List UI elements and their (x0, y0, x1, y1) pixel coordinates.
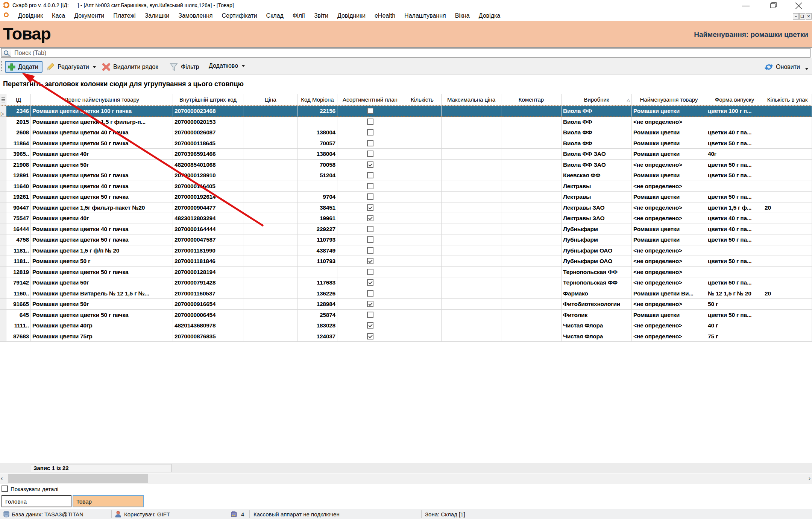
delete-row-button[interactable]: Видалити рядок (102, 62, 158, 72)
cell-morion[interactable]: 19961 (298, 213, 337, 224)
assortment-checkbox[interactable] (367, 290, 373, 297)
cell-price[interactable] (243, 310, 298, 321)
menu-item-14[interactable]: Вікна (451, 12, 474, 19)
cell-morion[interactable]: 110793 (298, 256, 337, 267)
cell-morion[interactable]: 110793 (298, 234, 337, 245)
cell-maker[interactable]: Чистая Флора (562, 331, 632, 342)
cell-comment[interactable] (501, 320, 562, 331)
cell-product[interactable]: <не определено> (632, 117, 706, 128)
toolbar-grip[interactable] (1, 61, 2, 72)
cell-pack[interactable] (763, 267, 812, 278)
cell-full_name[interactable]: Ромашки цветки цветки 50 г пачка (31, 192, 173, 202)
cell-comment[interactable] (501, 267, 562, 278)
cell-full_name[interactable]: Ромашки цветки цветки 100 г пачка (31, 106, 173, 117)
refresh-dropdown-caret[interactable] (805, 68, 808, 70)
cell-form[interactable]: цветки 50 г па... (706, 160, 763, 170)
column-header-max_price[interactable]: Максимальна ціна (442, 94, 501, 105)
cell-product[interactable]: <не определено> (632, 256, 706, 267)
cell-assort[interactable] (337, 192, 403, 202)
cell-comment[interactable] (501, 127, 562, 138)
cell-maker[interactable]: Фармако (562, 288, 632, 299)
cell-product[interactable]: Ромашки цветки (632, 170, 706, 181)
assortment-checkbox[interactable] (367, 236, 373, 243)
grid-row-15[interactable]: 1181..Ромашки цветки 50 г207000118184611… (0, 256, 812, 267)
assortment-checkbox[interactable] (367, 204, 373, 211)
cell-morion[interactable] (298, 117, 337, 128)
cell-barcode[interactable]: 2070000023468 (173, 106, 243, 117)
cell-id[interactable]: 16444 (6, 224, 31, 235)
column-header-comment[interactable]: Коментар (501, 94, 562, 105)
cell-max_price[interactable] (442, 256, 501, 267)
assortment-checkbox[interactable] (367, 151, 373, 157)
grid-row-1[interactable]: ▷2346Ромашки цветки цветки 100 г пачка20… (0, 106, 812, 117)
menu-item-11[interactable]: Довідники (333, 12, 370, 19)
cell-form[interactable]: цветки 1,5 г ф... (706, 202, 763, 213)
cell-price[interactable] (243, 192, 298, 202)
cell-product[interactable]: Ромашки цветки (632, 106, 706, 117)
cell-assort[interactable] (337, 149, 403, 160)
cell-comment[interactable] (501, 202, 562, 213)
cell-full_name[interactable]: Ромашки цветки цветки 50 г пачка (31, 310, 173, 321)
menu-item-2[interactable]: Каса (47, 12, 70, 19)
cell-full_name[interactable]: Ромашки цветки цветки 50 г пачка (31, 234, 173, 245)
cell-product[interactable]: <не определено> (632, 160, 706, 170)
grid-row-8[interactable]: 11640Ромашки цветки цветки 40 г пачка207… (0, 181, 812, 192)
grid-row-2[interactable]: 2015Ромашки цветки цветки 1,5 г фильтр-п… (0, 117, 812, 128)
cell-form[interactable]: цветки 40 г па... (706, 224, 763, 235)
cell-product[interactable]: Ромашки цветки (632, 138, 706, 149)
cell-morion[interactable]: 438749 (298, 245, 337, 256)
cell-assort[interactable] (337, 234, 403, 245)
cell-id[interactable]: 11864 (6, 138, 31, 149)
cell-maker[interactable]: Лектравы (562, 192, 632, 202)
cell-product[interactable]: <не определено> (632, 181, 706, 192)
cell-id[interactable]: 1181.. (6, 245, 31, 256)
cell-price[interactable] (243, 320, 298, 331)
cell-qty[interactable] (403, 331, 442, 342)
menu-item-12[interactable]: eHealth (370, 12, 400, 19)
cell-qty[interactable] (403, 277, 442, 288)
cell-form[interactable] (706, 245, 763, 256)
cell-id[interactable]: 19261 (6, 192, 31, 202)
cell-form[interactable]: цветки 50 г па... (706, 170, 763, 181)
cell-full_name[interactable]: Ромашки цветки 40г (31, 149, 173, 160)
cell-pack[interactable] (763, 234, 812, 245)
cell-qty[interactable] (403, 138, 442, 149)
assortment-checkbox[interactable] (367, 193, 373, 200)
cell-comment[interactable] (501, 181, 562, 192)
scroll-left-arrow[interactable]: ‹ (1, 475, 3, 482)
scrollbar-thumb[interactable] (8, 474, 148, 483)
cell-form[interactable]: 75 г (706, 331, 763, 342)
cell-form[interactable]: цветки 40 г па... (706, 213, 763, 224)
cell-full_name[interactable]: Ромашки цветки Витарель № 12 1,5 г №... (31, 288, 173, 299)
cell-maker[interactable]: Лектравы ЗАО (562, 202, 632, 213)
grid-row-13[interactable]: 4758Ромашки цветки цветки 50 г пачка2070… (0, 234, 812, 245)
assortment-checkbox[interactable] (367, 129, 373, 135)
cell-assort[interactable] (337, 320, 403, 331)
cell-product[interactable]: <не определено> (632, 213, 706, 224)
cell-pack[interactable] (763, 138, 812, 149)
cell-full_name[interactable]: Ромашки цветки цветки 50 г пачка (31, 170, 173, 181)
assortment-checkbox[interactable] (367, 108, 373, 114)
assortment-checkbox[interactable] (367, 322, 373, 329)
cell-qty[interactable] (403, 310, 442, 321)
cell-comment[interactable] (501, 256, 562, 267)
cell-form[interactable]: 40г (706, 149, 763, 160)
assortment-checkbox[interactable] (367, 258, 373, 264)
cell-price[interactable] (243, 288, 298, 299)
cell-full_name[interactable]: Ромашки цветки цветки 40 г пачка (31, 224, 173, 235)
menu-item-1[interactable]: Довідник (14, 12, 47, 19)
column-header-morion[interactable]: Код Моріона (298, 94, 337, 105)
grid-row-18[interactable]: 1160..Ромашки цветки Витарель № 12 1,5 г… (0, 288, 812, 299)
cell-comment[interactable] (501, 310, 562, 321)
cell-id[interactable]: 2346 (6, 106, 31, 117)
cell-full_name[interactable]: Ромашки цветки 50г (31, 299, 173, 310)
cell-full_name[interactable]: Ромашки цветки 75гр (31, 331, 173, 342)
cell-morion[interactable]: 138004 (298, 127, 337, 138)
cell-form[interactable]: цветки 50 г па... (706, 234, 763, 245)
cell-qty[interactable] (403, 288, 442, 299)
cell-maker[interactable]: Виола ФФ ЗАО (562, 149, 632, 160)
cell-product[interactable]: Ромашки цветки (632, 234, 706, 245)
cell-max_price[interactable] (442, 310, 501, 321)
cell-form[interactable]: 40 г (706, 320, 763, 331)
cell-max_price[interactable] (442, 181, 501, 192)
